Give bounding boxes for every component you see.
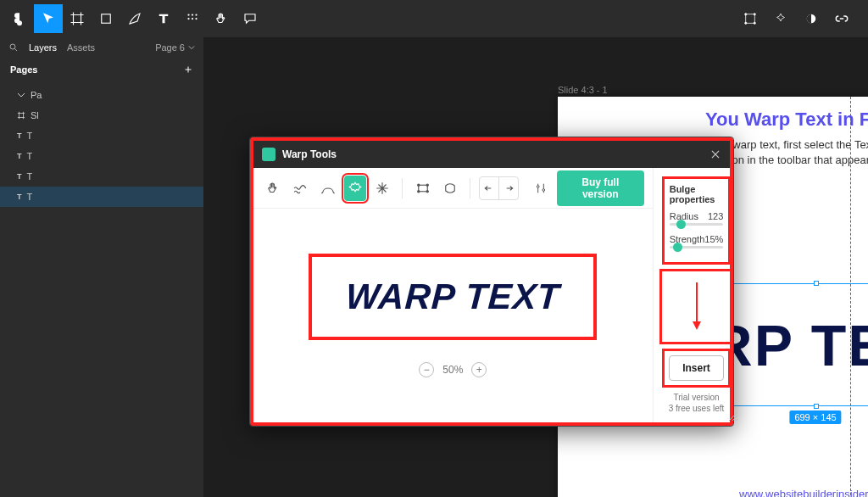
plugin-toolbar: Buy full version xyxy=(253,168,653,209)
zoom-in-button[interactable]: + xyxy=(471,362,487,377)
mesh-tool-icon[interactable] xyxy=(411,176,433,201)
svg-point-13 xyxy=(10,44,15,49)
layer-item[interactable]: TT xyxy=(0,146,203,166)
hand-tool-button[interactable] xyxy=(207,4,236,33)
svg-rect-0 xyxy=(102,14,111,24)
search-icon[interactable] xyxy=(8,42,19,53)
trial-info: Trial version 3 free uses left xyxy=(662,392,732,414)
close-icon[interactable] xyxy=(709,148,721,160)
resize-handle[interactable] xyxy=(814,281,819,286)
figma-menu-button[interactable] xyxy=(5,4,34,33)
layers-tab[interactable]: Layers xyxy=(29,42,57,53)
radius-slider[interactable] xyxy=(670,223,724,226)
plugin-left-pane: Buy full version WARP TEXT − 50% + xyxy=(253,168,653,422)
layer-label: Pa xyxy=(31,90,42,100)
layer-label: T xyxy=(27,151,33,161)
buy-full-version-button[interactable]: Buy full version xyxy=(557,170,644,206)
svg-point-3 xyxy=(195,14,197,15)
frame-tool-button[interactable] xyxy=(63,4,92,33)
text-layer-icon: T xyxy=(17,172,22,181)
text-tool-button[interactable] xyxy=(149,4,178,33)
shape-tool-button[interactable] xyxy=(92,4,120,33)
resources-button[interactable] xyxy=(178,4,207,33)
add-page-icon[interactable] xyxy=(183,64,193,75)
svg-point-11 xyxy=(754,22,755,24)
window-resize-handle[interactable] xyxy=(729,412,737,421)
frame-name-label[interactable]: Slide 4:3 - 1 xyxy=(558,85,608,95)
dimension-badge: 699 × 145 xyxy=(789,410,841,424)
layer-item[interactable]: TT xyxy=(0,126,203,146)
trial-line: 3 free uses left xyxy=(662,403,732,414)
plugin-body: Buy full version WARP TEXT − 50% + xyxy=(253,168,730,422)
assets-tab[interactable]: Assets xyxy=(67,42,95,53)
zoom-level: 50% xyxy=(442,364,463,376)
slider-thumb[interactable] xyxy=(673,243,682,252)
layer-list: Pa Sl TT TT TT TT xyxy=(0,81,203,497)
move-tool-button[interactable] xyxy=(34,4,63,33)
pages-label: Pages xyxy=(10,64,37,75)
text-layer-icon: T xyxy=(17,152,22,160)
plugin-preview[interactable]: WARP TEXT − 50% + xyxy=(253,209,653,422)
plugin-logo-icon xyxy=(262,148,275,161)
svg-point-15 xyxy=(417,184,419,186)
plugin-titlebar[interactable]: Warp Tools xyxy=(253,141,730,168)
redo-button[interactable] xyxy=(499,177,519,199)
slide-title: You Warp Text in Figma? xyxy=(558,97,868,131)
zoom-out-button[interactable]: − xyxy=(419,362,434,377)
layer-item[interactable]: Pa xyxy=(0,85,203,105)
insert-button[interactable]: Insert xyxy=(669,355,725,381)
svg-point-10 xyxy=(745,22,747,24)
trial-line: Trial version xyxy=(662,392,732,403)
bounds-icon[interactable] xyxy=(736,4,765,33)
svg-point-16 xyxy=(426,184,428,186)
page-selector[interactable]: Page 6 xyxy=(155,42,195,53)
wave-tool-icon[interactable] xyxy=(289,176,311,201)
layer-item[interactable]: TT xyxy=(0,166,203,187)
figma-top-toolbar xyxy=(0,0,868,37)
warped-text-preview: WARP TEXT xyxy=(345,276,561,317)
strength-slider[interactable] xyxy=(670,246,724,248)
svg-point-20 xyxy=(542,188,545,191)
mask-icon[interactable] xyxy=(797,4,826,33)
main-area: Layers Assets Page 6 Pages Pa Sl TT TT T… xyxy=(0,37,868,497)
svg-point-19 xyxy=(537,185,539,187)
effects-icon[interactable] xyxy=(766,4,795,33)
undo-button[interactable] xyxy=(480,177,499,199)
layer-label: Sl xyxy=(31,110,39,120)
current-page-label: Page 6 xyxy=(155,42,185,53)
svg-point-2 xyxy=(192,14,193,15)
bulge-tool-icon[interactable] xyxy=(344,176,366,201)
separator xyxy=(470,178,470,198)
properties-title: Bulge properties xyxy=(670,184,724,204)
zoom-control: − 50% + xyxy=(419,362,487,377)
radius-value: 123 xyxy=(708,211,723,221)
link-icon[interactable] xyxy=(827,4,856,33)
curve-tool-icon[interactable] xyxy=(317,176,339,201)
chevron-down-icon xyxy=(188,44,195,51)
canvas[interactable]: Slide 4:3 - 1 You Warp Text in Figma? in… xyxy=(203,37,868,497)
plugin-title-text: Warp Tools xyxy=(282,148,337,160)
slider-thumb[interactable] xyxy=(676,220,686,229)
annotation-arrow xyxy=(662,271,732,342)
resize-handle[interactable] xyxy=(814,404,819,409)
undo-redo-group xyxy=(479,176,520,200)
pages-header: Pages xyxy=(0,58,203,81)
svg-point-18 xyxy=(426,190,428,192)
bulge-properties-panel: Bulge properties Radius 123 Strength 15% xyxy=(662,176,732,265)
text-layer-icon: T xyxy=(17,193,22,201)
swirl-tool-icon[interactable] xyxy=(371,176,393,201)
comment-tool-button[interactable] xyxy=(236,4,264,33)
envelope-tool-icon[interactable] xyxy=(439,176,461,201)
layer-item[interactable]: TT xyxy=(0,187,203,207)
insert-highlight: Insert xyxy=(662,349,732,388)
svg-point-8 xyxy=(745,14,747,15)
hand-tool-icon[interactable] xyxy=(262,176,284,201)
top-right-controls xyxy=(736,4,863,33)
pen-tool-button[interactable] xyxy=(120,4,149,33)
svg-point-1 xyxy=(187,14,189,15)
layer-item[interactable]: Sl xyxy=(0,105,203,126)
plugin-properties-pane: Bulge properties Radius 123 Strength 15% xyxy=(653,168,740,422)
warp-tools-plugin-window: Warp Tools xyxy=(250,137,733,426)
settings-icon[interactable] xyxy=(529,176,551,201)
layer-label: T xyxy=(27,131,33,141)
